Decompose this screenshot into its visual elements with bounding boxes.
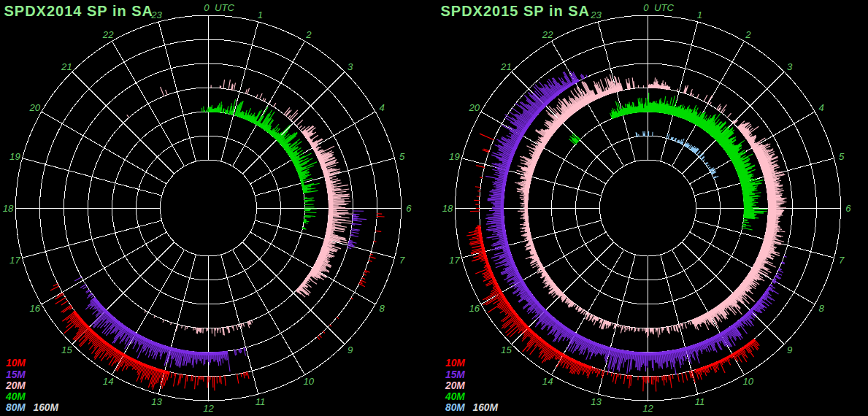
svg-text:SPDX2014 SP in SA: SPDX2014 SP in SA — [4, 3, 154, 19]
svg-text:40M: 40M — [5, 391, 26, 402]
svg-text:18: 18 — [442, 203, 453, 214]
svg-text:20M: 20M — [5, 380, 26, 391]
svg-text:8: 8 — [819, 303, 825, 314]
svg-text:7: 7 — [839, 255, 845, 266]
svg-text:16: 16 — [29, 303, 40, 314]
svg-text:1: 1 — [258, 9, 263, 20]
svg-text:9: 9 — [787, 344, 793, 355]
svg-text:17: 17 — [449, 255, 460, 266]
svg-text:20: 20 — [28, 102, 40, 113]
svg-text:13: 13 — [591, 396, 602, 407]
svg-text:7: 7 — [399, 255, 405, 266]
svg-text:2: 2 — [305, 29, 312, 40]
svg-text:10: 10 — [742, 376, 753, 387]
svg-text:14: 14 — [542, 376, 553, 387]
svg-text:22: 22 — [102, 29, 114, 40]
svg-text:10M: 10M — [6, 358, 26, 369]
svg-text:19: 19 — [449, 151, 460, 162]
svg-text:10: 10 — [303, 376, 314, 387]
svg-text:15M: 15M — [445, 369, 465, 380]
svg-text:2: 2 — [745, 29, 751, 40]
svg-text:SPDX2015 SP in SA: SPDX2015 SP in SA — [441, 3, 591, 19]
svg-text:80M: 80M — [6, 402, 26, 413]
svg-text:6: 6 — [845, 203, 851, 214]
svg-text:4: 4 — [380, 102, 385, 113]
svg-text:12: 12 — [642, 403, 653, 414]
svg-text:17: 17 — [9, 255, 20, 266]
svg-text:15: 15 — [61, 344, 72, 355]
svg-text:10M: 10M — [445, 358, 465, 369]
svg-text:20M: 20M — [445, 380, 465, 391]
svg-text:160M: 160M — [34, 402, 59, 413]
svg-text:3: 3 — [347, 61, 353, 72]
svg-text:160M: 160M — [473, 402, 499, 413]
svg-text:19: 19 — [9, 151, 20, 162]
svg-text:9: 9 — [347, 344, 353, 355]
svg-text:UTC: UTC — [654, 2, 675, 13]
svg-text:11: 11 — [256, 396, 266, 407]
svg-text:0: 0 — [643, 2, 649, 13]
svg-text:UTC: UTC — [215, 2, 235, 13]
svg-text:0: 0 — [204, 2, 210, 13]
svg-text:4: 4 — [819, 102, 824, 113]
svg-text:18: 18 — [3, 203, 14, 214]
svg-text:20: 20 — [468, 102, 480, 113]
svg-text:13: 13 — [151, 396, 162, 407]
svg-text:21: 21 — [61, 61, 72, 72]
svg-text:8: 8 — [380, 303, 385, 314]
svg-text:5: 5 — [839, 151, 845, 162]
svg-text:23: 23 — [590, 9, 602, 20]
svg-text:16: 16 — [469, 303, 480, 314]
svg-text:15M: 15M — [6, 369, 26, 380]
svg-text:11: 11 — [695, 396, 705, 407]
svg-text:3: 3 — [787, 61, 793, 72]
svg-text:1: 1 — [697, 9, 702, 20]
svg-text:80M: 80M — [445, 402, 465, 413]
svg-text:6: 6 — [406, 203, 412, 214]
svg-text:21: 21 — [500, 61, 512, 72]
svg-text:40M: 40M — [445, 391, 465, 402]
svg-text:15: 15 — [501, 344, 512, 355]
svg-text:5: 5 — [399, 151, 405, 162]
svg-text:22: 22 — [542, 29, 553, 40]
svg-text:14: 14 — [103, 376, 114, 387]
svg-text:12: 12 — [203, 403, 214, 414]
